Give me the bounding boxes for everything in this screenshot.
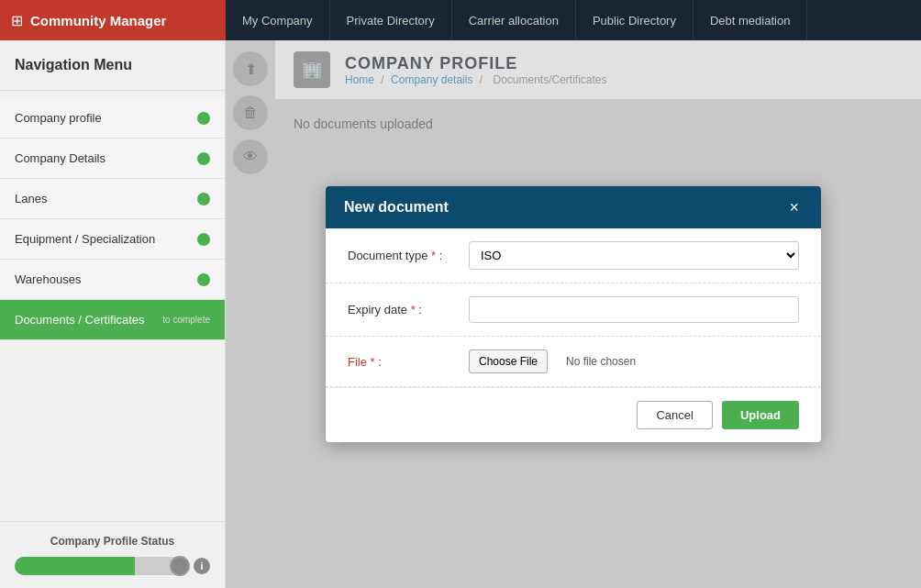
status-dot-company-details [197,152,210,165]
no-file-text: No file chosen [566,355,636,368]
modal-footer: Cancel Upload [326,387,821,442]
sidebar-item-company-details[interactable]: Company Details [0,139,225,179]
nav-my-company[interactable]: My Company [226,0,330,40]
sidebar-title: Navigation Menu [0,40,225,91]
top-bar: ⊞ Community Manager My Company Private D… [0,0,921,40]
sidebar-item-documents[interactable]: Documents / Certificates to complete [0,300,225,340]
nav-debt-mediation[interactable]: Debt mediation [694,0,807,40]
nav-carrier-allocation[interactable]: Carrier allocation [452,0,576,40]
brand-text: Community Manager [30,13,166,28]
top-nav: My Company Private Directory Carrier all… [226,0,807,40]
document-type-label: Document type * : [348,249,458,262]
status-bar-thumb[interactable] [170,556,190,576]
document-type-select[interactable]: ISO Certificate License Other [469,241,799,270]
status-dot-warehouses [197,273,210,286]
cancel-button[interactable]: Cancel [637,401,712,429]
sidebar-item-warehouses[interactable]: Warehouses [0,260,225,300]
modal-title: New document [344,199,449,216]
file-row: File * : Choose File No file chosen [326,337,821,387]
modal-body: Document type * : ISO Certificate Licens… [326,228,821,387]
modal-overlay: New document × Document type * : ISO Cer… [226,40,921,588]
sidebar-menu: Company profile Company Details Lanes Eq… [0,91,225,521]
status-dot-equipment [197,233,210,246]
sidebar: Navigation Menu Company profile Company … [0,40,226,588]
status-bar-fill [15,557,135,575]
document-type-row: Document type * : ISO Certificate Licens… [326,228,821,283]
expiry-date-label: Expiry date * : [348,303,458,316]
nav-public-directory[interactable]: Public Directory [576,0,694,40]
nav-private-directory[interactable]: Private Directory [330,0,452,40]
grid-icon: ⊞ [11,12,23,29]
modal-header: New document × [326,186,821,228]
status-bar-background [15,557,186,575]
file-label: File * : [348,355,458,369]
status-dot-lanes [197,193,210,205]
expiry-date-input[interactable] [469,296,799,323]
status-info-icon[interactable]: i [194,558,210,574]
sidebar-item-company-profile[interactable]: Company profile [0,98,225,139]
brand-area[interactable]: ⊞ Community Manager [0,0,226,40]
modal-close-button[interactable]: × [785,199,803,216]
expiry-date-row: Expiry date * : [326,283,821,337]
status-title: Company Profile Status [15,535,210,548]
status-bar-row: i [15,557,210,575]
choose-file-button[interactable]: Choose File [469,349,548,373]
company-profile-status-section: Company Profile Status i [0,521,225,588]
sidebar-item-lanes[interactable]: Lanes [0,179,225,219]
upload-button[interactable]: Upload [722,401,799,429]
new-document-modal: New document × Document type * : ISO Cer… [326,186,821,442]
sidebar-item-equipment[interactable]: Equipment / Specialization [0,219,225,260]
status-dot-company-profile [197,112,210,125]
